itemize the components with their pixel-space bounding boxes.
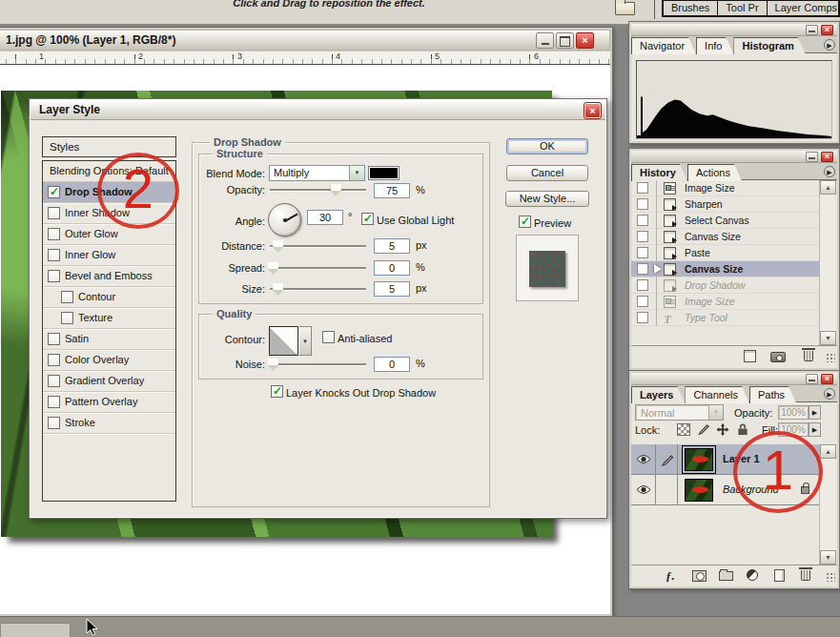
style-list-item[interactable]: Texture xyxy=(43,308,175,329)
style-checkbox[interactable] xyxy=(48,417,60,429)
spread-slider[interactable] xyxy=(270,261,366,275)
history-step[interactable]: Image Size xyxy=(631,180,819,196)
knockout-checkbox[interactable] xyxy=(271,385,283,398)
contour-dropdown-icon[interactable]: ▼ xyxy=(299,326,312,356)
panel-titlebar[interactable]: × xyxy=(631,24,837,36)
panel-menu-icon[interactable]: ▶ xyxy=(824,166,835,177)
distance-field[interactable]: 5 xyxy=(374,238,410,254)
distance-slider-thumb[interactable] xyxy=(273,240,283,253)
style-list-item[interactable]: Bevel and Emboss xyxy=(43,266,175,287)
layer-thumbnail[interactable] xyxy=(685,448,713,471)
history-source-checkbox[interactable] xyxy=(637,279,648,291)
style-list-item[interactable]: Contour xyxy=(43,287,175,308)
style-checkbox[interactable] xyxy=(48,396,60,408)
angle-dial[interactable] xyxy=(268,203,301,236)
resize-grip[interactable] xyxy=(826,353,835,362)
blend-mode-select[interactable]: Multiply ▼ xyxy=(269,165,365,181)
adjustment-layer-icon[interactable] xyxy=(747,569,758,581)
style-checkbox[interactable] xyxy=(48,270,60,282)
size-slider[interactable] xyxy=(270,282,366,296)
style-list-item[interactable]: Outer Glow xyxy=(43,224,175,245)
scroll-up-icon[interactable]: ▲ xyxy=(820,444,836,459)
lock-paint-brush-icon[interactable] xyxy=(697,423,710,436)
panel-tab[interactable]: Channels xyxy=(685,386,748,403)
use-global-light-checkbox[interactable] xyxy=(361,213,374,225)
ok-button[interactable]: OK xyxy=(506,138,588,154)
style-list-item[interactable]: Gradient Overlay xyxy=(43,371,175,392)
style-list-item[interactable]: Color Overlay xyxy=(43,350,175,371)
layer-opacity-value[interactable]: 100% xyxy=(778,405,809,420)
palette-well-tab[interactable]: Tool Pr xyxy=(717,1,766,15)
scroll-down-icon[interactable]: ▼ xyxy=(820,550,836,565)
visibility-toggle[interactable] xyxy=(631,444,656,475)
spread-field[interactable]: 0 xyxy=(374,260,410,276)
new-document-from-state-icon[interactable] xyxy=(744,350,756,362)
history-source-checkbox[interactable] xyxy=(637,296,648,307)
dialog-close-icon[interactable]: × xyxy=(584,103,601,118)
panel-tab[interactable]: Paths xyxy=(749,386,796,403)
angle-field[interactable]: 30 xyxy=(307,210,343,225)
close-icon[interactable]: × xyxy=(576,32,594,49)
size-field[interactable]: 5 xyxy=(374,281,410,297)
style-checkbox[interactable] xyxy=(48,354,60,366)
opacity-arrow-icon[interactable]: ▶ xyxy=(809,405,821,420)
style-checkbox[interactable] xyxy=(61,312,73,324)
layer-thumbnail[interactable] xyxy=(685,479,713,502)
panel-menu-icon[interactable]: ▶ xyxy=(824,388,835,400)
close-icon[interactable]: × xyxy=(821,152,833,162)
panel-tab[interactable]: Navigator xyxy=(631,37,696,54)
noise-slider[interactable] xyxy=(270,358,366,371)
history-step[interactable]: Drop Shadow xyxy=(631,277,819,294)
scrollbar[interactable]: ▲ ▼ xyxy=(819,180,835,345)
layer-group-icon[interactable] xyxy=(719,571,733,581)
history-source-checkbox[interactable] xyxy=(637,231,648,242)
maximize-icon[interactable] xyxy=(556,32,574,49)
document-titlebar[interactable]: 1.jpg @ 100% (Layer 1, RGB/8*) × xyxy=(0,30,610,51)
shadow-color-swatch[interactable] xyxy=(368,166,400,180)
history-step[interactable]: Paste xyxy=(631,245,819,261)
style-checkbox[interactable] xyxy=(48,186,60,198)
noise-slider-thumb[interactable] xyxy=(268,359,278,371)
history-step[interactable]: Canvas Size xyxy=(631,229,819,245)
new-layer-icon[interactable] xyxy=(774,569,785,582)
palette-well-tab[interactable]: Layer Comps xyxy=(767,1,840,15)
history-step[interactable]: Type Tool xyxy=(631,310,819,326)
history-source-checkbox[interactable] xyxy=(637,198,648,210)
minimize-icon[interactable] xyxy=(806,152,818,162)
resize-grip[interactable] xyxy=(826,572,835,582)
lock-transparency-icon[interactable] xyxy=(677,423,690,436)
opacity-field[interactable]: 75 xyxy=(374,183,410,198)
minimize-icon[interactable] xyxy=(806,25,818,35)
folder-icon[interactable] xyxy=(615,2,635,15)
style-checkbox[interactable] xyxy=(48,207,60,219)
style-list-item[interactable]: Inner Glow xyxy=(43,245,175,266)
visibility-toggle[interactable] xyxy=(631,475,656,505)
style-checkbox[interactable] xyxy=(48,375,60,387)
style-list-item[interactable]: Pattern Overlay xyxy=(43,392,175,413)
opacity-slider[interactable] xyxy=(270,183,366,196)
size-slider-thumb[interactable] xyxy=(273,283,283,296)
style-checkbox[interactable] xyxy=(48,249,60,261)
history-step[interactable]: Image Size xyxy=(631,294,819,310)
close-icon[interactable]: × xyxy=(821,374,833,384)
lock-all-icon[interactable] xyxy=(736,423,749,436)
history-source-checkbox[interactable] xyxy=(637,247,648,258)
minimize-icon[interactable] xyxy=(536,32,554,49)
layer-style-fx-icon[interactable]: ƒ. xyxy=(666,568,675,584)
layer-mask-icon[interactable] xyxy=(692,570,707,582)
panel-menu-icon[interactable]: ▶ xyxy=(824,39,835,51)
scroll-down-icon[interactable]: ▼ xyxy=(820,331,836,345)
history-step[interactable]: Select Canvas xyxy=(631,213,819,229)
new-snapshot-icon[interactable] xyxy=(770,352,786,362)
style-list-item[interactable]: Satin xyxy=(43,329,175,350)
opacity-slider-thumb[interactable] xyxy=(331,184,341,196)
scroll-up-icon[interactable]: ▲ xyxy=(820,180,836,195)
panel-tab[interactable]: History xyxy=(631,164,687,181)
new-style-button[interactable]: New Style... xyxy=(505,191,589,207)
minimize-icon[interactable] xyxy=(806,374,818,384)
history-step[interactable]: Canvas Size xyxy=(631,261,819,277)
dialog-titlebar[interactable]: Layer Style × xyxy=(31,100,605,120)
style-checkbox[interactable] xyxy=(48,228,60,240)
history-step[interactable]: Sharpen xyxy=(631,196,819,213)
history-source-checkbox[interactable] xyxy=(637,263,648,275)
